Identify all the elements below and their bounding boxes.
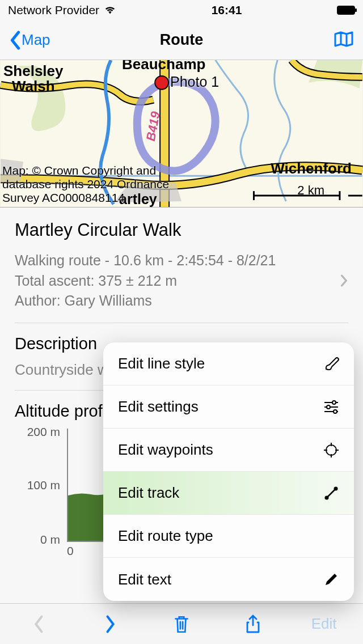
map-icon xyxy=(334,30,354,48)
route-meta: Walking route - 10.6 km - 2:45:54 - 8/2/… xyxy=(15,251,276,311)
chevron-left-icon xyxy=(9,31,22,50)
brush-icon xyxy=(323,356,339,372)
chevron-left-icon xyxy=(30,614,48,634)
wifi-icon xyxy=(104,5,116,15)
route-title: Martley Circular Walk xyxy=(15,220,348,240)
y-tick: 100 m xyxy=(27,478,60,492)
chevron-right-icon xyxy=(340,274,348,287)
route-details-row[interactable]: Walking route - 10.6 km - 2:45:54 - 8/2/… xyxy=(15,251,348,311)
back-label: Map xyxy=(22,31,50,49)
y-tick: 0 m xyxy=(40,533,60,546)
map-button[interactable] xyxy=(334,30,354,50)
y-tick: 200 m xyxy=(27,425,60,439)
scale-label: 2 km xyxy=(297,183,324,198)
sliders-icon xyxy=(323,399,339,415)
toolbar-next-button[interactable] xyxy=(93,614,127,634)
svg-point-11 xyxy=(334,410,337,413)
toolbar-share-button[interactable] xyxy=(236,614,270,634)
battery-icon xyxy=(337,6,355,15)
edit-menu-popup: Edit line style Edit settings Edit waypo… xyxy=(103,342,354,601)
chevron-right-icon xyxy=(101,614,119,634)
map-place-label: Wichenford xyxy=(271,161,352,176)
photo-marker-label: Photo 1 xyxy=(170,74,219,90)
map-place-label: ShelsleyWalsh xyxy=(3,63,64,95)
pencil-icon xyxy=(323,571,339,587)
map-copyright: Map: © Crown Copyright anddatabase right… xyxy=(2,164,169,205)
target-icon xyxy=(323,442,339,458)
map-place-label: Beauchamp xyxy=(122,60,205,72)
menu-edit-track[interactable]: Edit track xyxy=(103,472,354,515)
map-preview[interactable]: ShelsleyWalsh Beauchamp Wichenford artle… xyxy=(0,60,363,207)
svg-point-1 xyxy=(155,76,168,90)
track-icon xyxy=(323,485,339,501)
toolbar-prev-button[interactable] xyxy=(22,614,56,634)
nav-bar: Map Route xyxy=(0,20,363,60)
trash-icon xyxy=(172,614,191,634)
menu-edit-route-type[interactable]: Edit route type xyxy=(103,515,354,558)
menu-edit-settings[interactable]: Edit settings xyxy=(103,385,354,429)
toolbar-delete-button[interactable] xyxy=(164,614,199,634)
svg-point-7 xyxy=(332,401,336,404)
back-button[interactable]: Map xyxy=(9,31,50,50)
toolbar-edit-button[interactable]: Edit xyxy=(307,615,341,633)
menu-edit-line-style[interactable]: Edit line style xyxy=(103,342,354,385)
carrier-label: Network Provider xyxy=(8,3,99,17)
clock-label: 16:41 xyxy=(212,3,242,17)
menu-edit-waypoints[interactable]: Edit waypoints xyxy=(103,429,354,472)
edit-label: Edit xyxy=(311,615,337,633)
menu-edit-text[interactable]: Edit text xyxy=(103,558,354,601)
svg-point-12 xyxy=(326,445,336,455)
page-title: Route xyxy=(0,31,363,49)
svg-point-9 xyxy=(327,405,330,409)
bottom-toolbar: Edit xyxy=(0,603,363,644)
share-icon xyxy=(244,614,262,634)
status-bar: Network Provider 16:41 xyxy=(0,0,363,20)
